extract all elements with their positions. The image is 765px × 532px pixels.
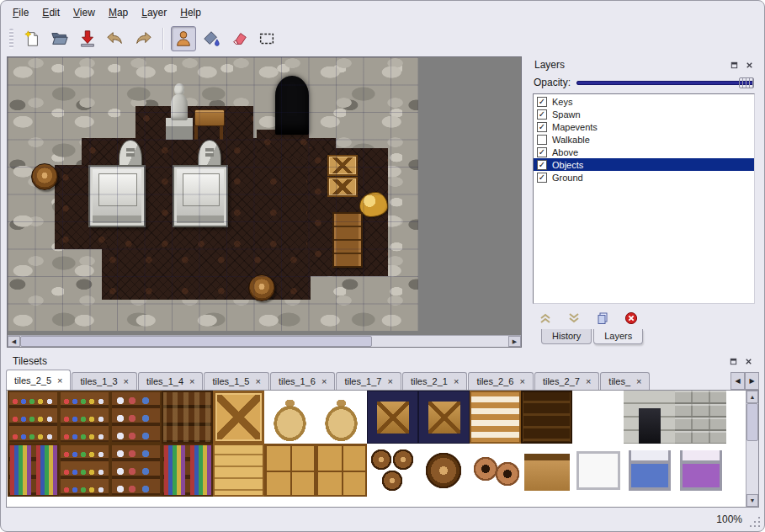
map-canvas[interactable]	[8, 57, 418, 331]
tilesets-float-button[interactable]	[727, 355, 740, 368]
opacity-slider[interactable]	[576, 77, 754, 88]
layer-row-objects[interactable]: ✓Objects	[534, 158, 754, 171]
scroll-right-arrow[interactable]: ▶	[508, 336, 521, 347]
tileset-tab-tiles_2_7[interactable]: tiles_2_7×	[534, 372, 599, 390]
tileset-tab-tiles_2_6[interactable]: tiles_2_6×	[468, 372, 533, 390]
layer-row-ground[interactable]: ✓Ground	[534, 171, 754, 184]
stamp-tool-button[interactable]	[171, 26, 196, 51]
tileset-tile-shelf-mixed[interactable]	[110, 444, 162, 497]
tileset-tile-shelf-potions[interactable]	[59, 391, 110, 444]
layers-float-button[interactable]	[728, 59, 741, 72]
tileset-tile-shelf-dark[interactable]	[162, 391, 213, 444]
menu-layer[interactable]: Layer	[135, 4, 173, 21]
tileset-vertical-scrollbar[interactable]: ▲ ▼	[746, 391, 758, 507]
select-tool-button[interactable]	[254, 26, 279, 51]
dock-tab-layers[interactable]: Layers	[593, 329, 643, 344]
toolbar-handle[interactable]	[9, 29, 13, 49]
scroll-track[interactable]	[746, 403, 758, 494]
tileset-tile-crate-long[interactable]	[213, 444, 264, 497]
map-horizontal-scrollbar[interactable]: ◀ ▶	[8, 335, 521, 347]
lower-layer-button[interactable]	[565, 310, 583, 327]
tab-close-icon[interactable]: ×	[321, 377, 327, 386]
tab-close-icon[interactable]: ×	[636, 377, 641, 386]
tab-close-icon[interactable]: ×	[387, 377, 392, 386]
tab-close-icon[interactable]: ×	[57, 376, 62, 385]
opacity-slider-track[interactable]	[576, 81, 754, 85]
tileset-tile-crate-navy[interactable]	[418, 391, 470, 444]
tileset-tile-bed-wood[interactable]	[521, 444, 572, 497]
layer-row-walkable[interactable]: Walkable	[534, 133, 754, 146]
layer-visibility-checkbox[interactable]: ✓	[537, 160, 547, 170]
layer-visibility-checkbox[interactable]	[537, 135, 547, 145]
tileset-tile-pots[interactable]	[470, 444, 521, 497]
tileset-tile-shelf-tall-dark[interactable]	[521, 391, 572, 444]
delete-layer-button[interactable]	[622, 310, 640, 327]
layer-row-keys[interactable]: ✓Keys	[534, 95, 754, 108]
layers-close-button[interactable]	[743, 59, 756, 72]
tileset-tile-crate-stack[interactable]	[316, 444, 367, 497]
layer-visibility-checkbox[interactable]: ✓	[537, 97, 547, 107]
scroll-up-arrow[interactable]: ▲	[746, 391, 758, 403]
layer-row-above[interactable]: ✓Above	[534, 146, 754, 158]
fill-tool-button[interactable]	[199, 26, 224, 51]
save-button[interactable]	[75, 26, 100, 51]
tabs-scroll-right-button[interactable]: ▶	[745, 372, 759, 390]
open-button[interactable]	[47, 26, 72, 51]
tileset-tab-tiles_2_1[interactable]: tiles_2_1×	[402, 372, 467, 390]
raise-layer-button[interactable]	[536, 310, 555, 327]
scroll-track[interactable]	[20, 336, 508, 347]
tab-close-icon[interactable]: ×	[256, 377, 261, 386]
tileset-tile-bed-purple[interactable]	[675, 444, 726, 497]
tileset-tile-shelf-potions[interactable]	[8, 391, 59, 444]
tileset-tile-shelf-mixed[interactable]	[110, 391, 162, 444]
menu-help[interactable]: Help	[173, 4, 208, 21]
scroll-thumb[interactable]	[746, 403, 758, 441]
tileset-tile-shelf-books[interactable]	[162, 444, 213, 497]
tileset-tile-shelf-ladder[interactable]	[470, 391, 521, 444]
tilesets-close-button[interactable]	[742, 355, 755, 368]
eraser-tool-button[interactable]	[226, 26, 252, 51]
tileset-tile-empty[interactable]	[572, 391, 624, 444]
tileset-tile-sack[interactable]	[316, 391, 367, 444]
tileset-tile-crate-x[interactable]	[213, 391, 264, 444]
tab-close-icon[interactable]: ×	[454, 377, 459, 386]
tileset-tile-wall-gray[interactable]	[675, 391, 726, 444]
tileset-tile-crate-navy[interactable]	[367, 391, 418, 444]
layer-visibility-checkbox[interactable]: ✓	[537, 109, 547, 120]
tileset-tab-tiles_2_5[interactable]: tiles_2_5×	[6, 370, 71, 390]
layer-row-spawn[interactable]: ✓Spawn	[534, 108, 754, 120]
tileset-tile-sack[interactable]	[264, 391, 316, 444]
tileset-tab-tiles_1_3[interactable]: tiles_1_3×	[72, 372, 136, 390]
menu-edit[interactable]: Edit	[35, 4, 66, 21]
tileset-tile-barrels[interactable]	[367, 444, 418, 497]
tileset-tile-barrel[interactable]	[418, 444, 470, 497]
layer-visibility-checkbox[interactable]: ✓	[537, 173, 547, 183]
menu-view[interactable]: View	[66, 4, 102, 21]
tab-close-icon[interactable]: ×	[189, 377, 194, 386]
tileset-tile-bed-white[interactable]	[572, 444, 624, 497]
dock-tab-history[interactable]: History	[541, 329, 592, 344]
new-button[interactable]	[19, 26, 45, 51]
tabs-scroll-left-button[interactable]: ◀	[730, 372, 745, 390]
tileset-tab-tiles_1_7[interactable]: tiles_1_7×	[336, 372, 401, 390]
scroll-down-arrow[interactable]: ▼	[746, 494, 758, 507]
tileset-tab-tiles_1_5[interactable]: tiles_1_5×	[204, 372, 268, 390]
undo-button[interactable]	[103, 26, 128, 51]
tileset-tile-shelf-potions[interactable]	[59, 444, 110, 497]
tileset-tab-tiles_1_6[interactable]: tiles_1_6×	[270, 372, 335, 390]
layer-visibility-checkbox[interactable]: ✓	[537, 147, 547, 157]
scroll-left-arrow[interactable]: ◀	[8, 336, 20, 347]
layer-visibility-checkbox[interactable]: ✓	[537, 122, 547, 132]
duplicate-layer-button[interactable]	[593, 310, 612, 327]
redo-button[interactable]	[130, 26, 156, 51]
tab-close-icon[interactable]: ×	[124, 377, 129, 386]
opacity-slider-handle[interactable]	[739, 77, 754, 88]
layer-row-mapevents[interactable]: ✓Mapevents	[534, 120, 754, 133]
menu-file[interactable]: File	[6, 4, 35, 21]
tileset-tab-tiles_[interactable]: tiles_×	[600, 372, 650, 390]
tileset-tile-wall-door[interactable]	[624, 391, 675, 444]
tileset-tab-tiles_1_4[interactable]: tiles_1_4×	[138, 372, 203, 390]
menu-map[interactable]: Map	[102, 4, 135, 21]
tab-close-icon[interactable]: ×	[519, 377, 524, 386]
tileset-tile-shelf-books[interactable]	[8, 444, 59, 497]
